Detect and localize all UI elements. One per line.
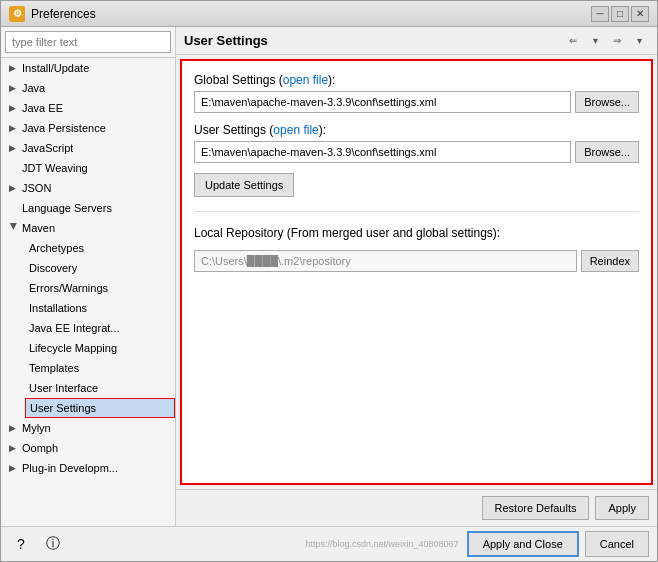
global-path-row: Browse... <box>194 91 639 113</box>
arrow-icon: ▶ <box>9 103 19 113</box>
sidebar-item-oomph[interactable]: ▶ Oomph <box>1 438 175 458</box>
sidebar-item-javascript[interactable]: ▶ JavaScript <box>1 138 175 158</box>
user-path-row: Browse... <box>194 141 639 163</box>
dialog-title: Preferences <box>31 7 96 21</box>
sidebar-item-label: Language Servers <box>22 202 112 214</box>
sidebar-item-label: JSON <box>22 182 51 194</box>
close-button[interactable]: ✕ <box>631 6 649 22</box>
sidebar-item-user-settings[interactable]: User Settings <box>25 398 175 418</box>
sidebar-item-templates[interactable]: Templates <box>25 358 175 378</box>
sidebar-item-java-ee-integration[interactable]: Java EE Integrat... <box>25 318 175 338</box>
restore-defaults-button[interactable]: Restore Defaults <box>482 496 590 520</box>
sidebar-item-lifecycle-mapping[interactable]: Lifecycle Mapping <box>25 338 175 358</box>
panel-header: User Settings ⇐ ▾ ⇒ ▾ <box>176 27 657 55</box>
help-button[interactable]: ? <box>9 532 33 556</box>
sidebar-item-language-servers[interactable]: ▶ Language Servers <box>1 198 175 218</box>
maximize-button[interactable]: □ <box>611 6 629 22</box>
footer-right: Apply and Close Cancel <box>467 531 649 557</box>
sidebar-item-label: Oomph <box>22 442 58 454</box>
info-button[interactable]: ⓘ <box>41 532 65 556</box>
sidebar-item-installations[interactable]: Installations <box>25 298 175 318</box>
sidebar-item-label: Install/Update <box>22 62 89 74</box>
nav-back-button[interactable]: ⇐ <box>563 31 583 51</box>
title-bar-left: ⚙ Preferences <box>9 6 96 22</box>
global-settings-section: Global Settings (open file): Browse... <box>194 73 639 113</box>
sidebar-item-label: Templates <box>29 362 79 374</box>
arrow-icon: ▶ <box>9 443 19 453</box>
global-browse-button[interactable]: Browse... <box>575 91 639 113</box>
reindex-button[interactable]: Reindex <box>581 250 639 272</box>
right-panel: User Settings ⇐ ▾ ⇒ ▾ Global Settings (o… <box>176 27 657 526</box>
user-open-file-link[interactable]: open file <box>273 123 318 137</box>
sidebar-item-java[interactable]: ▶ Java <box>1 78 175 98</box>
sidebar-item-label: User Settings <box>30 402 96 414</box>
section-divider <box>194 211 639 212</box>
sidebar-item-json[interactable]: ▶ JSON <box>1 178 175 198</box>
arrow-icon: ▶ <box>9 223 19 233</box>
sidebar-item-label: JavaScript <box>22 142 73 154</box>
reindex-row: Reindex <box>194 250 639 272</box>
sidebar-item-label: Lifecycle Mapping <box>29 342 117 354</box>
tree: ▶ Install/Update ▶ Java ▶ Java EE ▶ Java… <box>1 58 175 526</box>
nav-forward-button[interactable]: ⇒ <box>607 31 627 51</box>
arrow-icon: ▶ <box>9 143 19 153</box>
minimize-button[interactable]: ─ <box>591 6 609 22</box>
nav-dropdown2-button[interactable]: ▾ <box>629 31 649 51</box>
cancel-button[interactable]: Cancel <box>585 531 649 557</box>
sidebar-item-label: Errors/Warnings <box>29 282 108 294</box>
filter-input[interactable] <box>5 31 171 53</box>
filter-box <box>1 27 175 58</box>
sidebar-item-java-persistence[interactable]: ▶ Java Persistence <box>1 118 175 138</box>
apply-and-close-button[interactable]: Apply and Close <box>467 531 579 557</box>
global-open-file-link[interactable]: open file <box>283 73 328 87</box>
sidebar-item-discovery[interactable]: Discovery <box>25 258 175 278</box>
sidebar-item-label: Installations <box>29 302 87 314</box>
sidebar-item-label: Discovery <box>29 262 77 274</box>
main-content: ▶ Install/Update ▶ Java ▶ Java EE ▶ Java… <box>1 27 657 526</box>
sidebar-item-jdt-weaving[interactable]: ▶ JDT Weaving <box>1 158 175 178</box>
watermark: https://blog.csdn.net/weixin_40808067 <box>65 539 467 549</box>
sidebar-item-plugin-development[interactable]: ▶ Plug-in Developm... <box>1 458 175 478</box>
sidebar-item-user-interface[interactable]: User Interface <box>25 378 175 398</box>
global-settings-label: Global Settings (open file): <box>194 73 639 87</box>
update-settings-row: Update Settings <box>194 173 639 197</box>
sidebar-item-maven[interactable]: ▶ Maven <box>1 218 175 238</box>
repo-path-input[interactable] <box>194 250 577 272</box>
sidebar-item-errors-warnings[interactable]: Errors/Warnings <box>25 278 175 298</box>
sidebar-item-java-ee[interactable]: ▶ Java EE <box>1 98 175 118</box>
arrow-icon: ▶ <box>9 463 19 473</box>
user-settings-section: User Settings (open file): Browse... <box>194 123 639 163</box>
preferences-icon: ⚙ <box>9 6 25 22</box>
apply-button[interactable]: Apply <box>595 496 649 520</box>
title-buttons: ─ □ ✕ <box>591 6 649 22</box>
bottom-buttons: Restore Defaults Apply <box>176 489 657 526</box>
sidebar-item-label: User Interface <box>29 382 98 394</box>
footer: ? ⓘ https://blog.csdn.net/weixin_4080806… <box>1 526 657 561</box>
sidebar-item-label: Java Persistence <box>22 122 106 134</box>
sidebar-item-label: Maven <box>22 222 55 234</box>
arrow-icon: ▶ <box>9 423 19 433</box>
sidebar-item-label: Mylyn <box>22 422 51 434</box>
arrow-icon: ▶ <box>9 83 19 93</box>
nav-dropdown-button[interactable]: ▾ <box>585 31 605 51</box>
content-area: Global Settings (open file): Browse... U… <box>180 59 653 485</box>
repo-section: Local Repository (From merged user and g… <box>194 226 639 272</box>
sidebar-item-label: Java EE Integrat... <box>29 322 120 334</box>
sidebar-item-label: Plug-in Developm... <box>22 462 118 474</box>
sidebar-item-label: JDT Weaving <box>22 162 88 174</box>
global-path-input[interactable] <box>194 91 571 113</box>
arrow-icon: ▶ <box>9 123 19 133</box>
sidebar-item-label: Java EE <box>22 102 63 114</box>
user-browse-button[interactable]: Browse... <box>575 141 639 163</box>
title-bar: ⚙ Preferences ─ □ ✕ <box>1 1 657 27</box>
arrow-icon: ▶ <box>9 63 19 73</box>
maven-children: Archetypes Discovery Errors/Warnings Ins… <box>1 238 175 418</box>
panel-nav-icons: ⇐ ▾ ⇒ ▾ <box>563 31 649 51</box>
sidebar-item-archetypes[interactable]: Archetypes <box>25 238 175 258</box>
sidebar-item-mylyn[interactable]: ▶ Mylyn <box>1 418 175 438</box>
user-settings-label: User Settings (open file): <box>194 123 639 137</box>
repo-label: Local Repository (From merged user and g… <box>194 226 639 240</box>
user-path-input[interactable] <box>194 141 571 163</box>
update-settings-button[interactable]: Update Settings <box>194 173 294 197</box>
sidebar-item-install-update[interactable]: ▶ Install/Update <box>1 58 175 78</box>
